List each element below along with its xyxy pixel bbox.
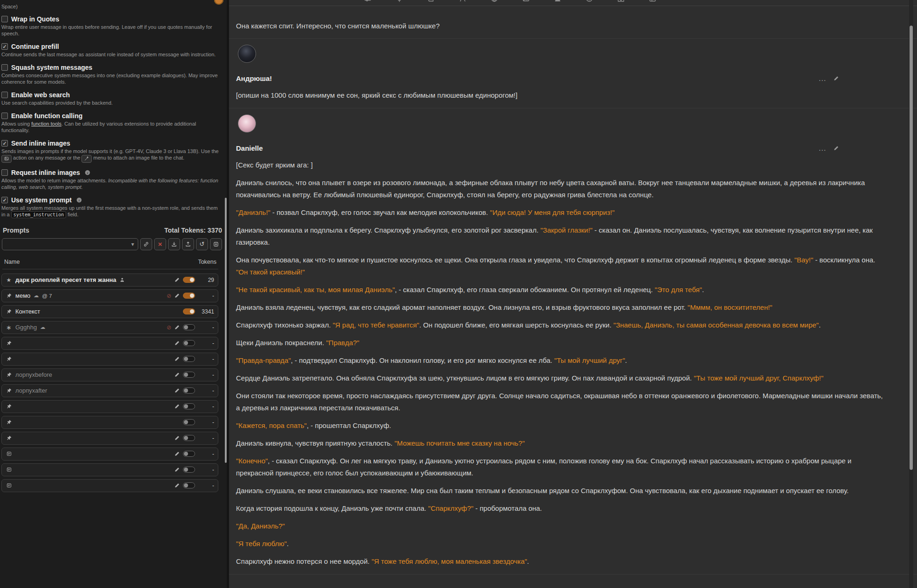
edit-message-button[interactable] — [834, 76, 839, 81]
prompt-toggle[interactable] — [183, 293, 195, 299]
checkbox-box-squash-system-messages[interactable] — [1, 64, 8, 71]
unlink-button[interactable]: ⊘ — [167, 293, 171, 299]
checkbox-wrap-in-quotes[interactable]: Wrap in Quotes — [1, 15, 227, 23]
checkbox-box-enable-web-search[interactable] — [1, 92, 8, 98]
prompt-toggle[interactable] — [183, 451, 195, 457]
chat-scrollbar-thumb[interactable] — [910, 26, 913, 470]
prompt-row[interactable]: ★дарк ролеплей пресет тетя жанна29 — [1, 274, 218, 287]
chat-message: Danielle…[Секс будет ярким ага: ]Даниэль… — [229, 108, 917, 575]
font-icon[interactable] — [459, 0, 466, 2]
checkbox-request-inline-images[interactable]: Request inline imagesi — [1, 169, 227, 176]
unlink-button[interactable]: ⊘ — [167, 324, 171, 331]
book-icon[interactable] — [427, 0, 435, 2]
prompt-toggle[interactable] — [183, 277, 195, 283]
pin-icon — [6, 420, 12, 425]
cross-icon-button[interactable]: × — [154, 238, 166, 250]
edit-prompt-button[interactable] — [175, 341, 180, 346]
prompt-toggle[interactable] — [183, 324, 195, 330]
prompt-toggle[interactable] — [183, 467, 195, 473]
cubes-icon[interactable] — [617, 0, 625, 2]
checkbox-enable-function-calling[interactable]: Enable function calling — [1, 112, 227, 120]
top-nav-icons — [364, 0, 656, 2]
checkbox-box-wrap-in-quotes[interactable] — [1, 16, 8, 22]
persona-icon[interactable] — [554, 0, 561, 2]
token-count: - — [198, 388, 214, 394]
import-icon-button[interactable] — [168, 238, 180, 250]
prompt-toggle[interactable] — [183, 308, 195, 314]
edit-prompt-button[interactable] — [175, 451, 180, 456]
edit-prompt-button[interactable] — [175, 325, 180, 330]
more-options-button[interactable]: … — [818, 77, 827, 80]
name-column-header: Name — [4, 259, 20, 265]
checkbox-box-continue-prefill[interactable]: ✓ — [1, 43, 8, 50]
edit-prompt-button[interactable] — [175, 435, 180, 441]
globe-icon[interactable] — [491, 0, 498, 2]
checkbox-send-inline-images[interactable]: ✓Send inline images — [1, 140, 227, 147]
export-icon-button[interactable] — [182, 238, 194, 250]
token-count: - — [198, 403, 214, 410]
prompt-row[interactable]: - — [1, 432, 218, 445]
pin-icon — [6, 435, 12, 441]
prompt-row[interactable]: - — [1, 448, 218, 461]
edit-prompt-button[interactable] — [175, 356, 180, 361]
edit-message-button[interactable] — [834, 146, 839, 151]
prompt-row[interactable]: - — [1, 400, 218, 413]
checkbox-box-send-inline-images[interactable]: ✓ — [1, 140, 8, 147]
checkbox-description: Allows the model to return image attachm… — [1, 177, 223, 190]
sliders-icon[interactable] — [364, 0, 371, 2]
prompt-row[interactable]: - — [1, 337, 218, 350]
prompt-name: лорпухafter — [15, 387, 47, 394]
prompt-name: Контекст — [15, 308, 40, 315]
checkbox-enable-web-search[interactable]: Enable web search — [1, 91, 227, 99]
prompt-row[interactable]: ∗Ggghhg☁⊘- — [1, 321, 218, 334]
checkbox-squash-system-messages[interactable]: Squash system messages — [1, 64, 227, 71]
message-avatar[interactable] — [238, 45, 256, 63]
prompt-row[interactable]: - — [1, 463, 218, 476]
prompt-toggle[interactable] — [183, 435, 195, 441]
checkbox-box-enable-function-calling[interactable] — [1, 113, 8, 119]
prompt-name: дарк ролеплей пресет тетя жанна — [15, 276, 116, 283]
prompt-toggle[interactable] — [183, 482, 195, 488]
prompt-toggle[interactable] — [183, 403, 195, 409]
undo-icon-button[interactable]: ↺ — [196, 238, 208, 250]
prompt-row[interactable]: - — [1, 416, 218, 429]
link-icon-button[interactable] — [140, 238, 152, 250]
prompt-row[interactable]: - — [1, 479, 218, 492]
prompt-row[interactable]: Контекст3341 — [1, 305, 218, 318]
image-icon[interactable] — [522, 0, 530, 2]
prompt-toggle[interactable] — [183, 388, 195, 394]
edit-prompt-button[interactable] — [175, 293, 180, 298]
new-icon-button[interactable] — [210, 238, 222, 250]
checkbox-box-request-inline-images[interactable] — [1, 169, 8, 176]
smiley-icon[interactable] — [586, 0, 593, 2]
more-options-button[interactable]: … — [818, 147, 827, 150]
prompt-row[interactable]: лорпухafter- — [1, 384, 218, 397]
drawer-scrollbar-thumb[interactable] — [225, 198, 227, 463]
plug-icon[interactable] — [396, 0, 403, 2]
checkbox-label: Enable function calling — [11, 112, 82, 120]
token-count: 29 — [198, 277, 214, 283]
chat-scrollbar[interactable] — [909, 0, 913, 588]
prompt-toggle[interactable] — [183, 372, 195, 378]
square-icon — [6, 483, 12, 488]
prompt-row[interactable]: мемо☁@ 7⊘- — [1, 289, 218, 302]
edit-prompt-button[interactable] — [175, 388, 180, 393]
edit-prompt-button[interactable] — [175, 372, 180, 377]
prompt-toggle[interactable] — [183, 419, 195, 425]
prompt-toggle[interactable] — [183, 340, 195, 346]
prompt-row[interactable]: - — [1, 353, 218, 366]
prompt-toggle[interactable] — [183, 356, 195, 362]
svg-text:i: i — [79, 198, 80, 202]
checkbox-use-system-prompt[interactable]: ✓Use system prompti — [1, 196, 227, 204]
edit-prompt-button[interactable] — [175, 483, 180, 488]
edit-prompt-button[interactable] — [175, 467, 180, 472]
edit-prompt-button[interactable] — [175, 277, 180, 282]
panels-icon[interactable] — [649, 0, 656, 2]
checkbox-description: Combines consecutive system messages int… — [1, 72, 223, 85]
checkbox-continue-prefill[interactable]: ✓Continue prefill — [1, 43, 227, 50]
prompt-row[interactable]: лорпухbefore- — [1, 368, 218, 381]
edit-prompt-button[interactable] — [175, 404, 180, 409]
prompt-preset-select[interactable] — [2, 238, 138, 250]
checkbox-box-use-system-prompt[interactable]: ✓ — [1, 197, 8, 203]
message-avatar[interactable] — [238, 114, 256, 133]
